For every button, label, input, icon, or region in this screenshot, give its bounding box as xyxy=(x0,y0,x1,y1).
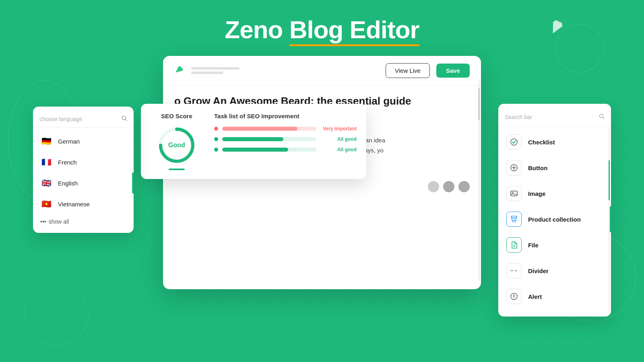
language-search-placeholder: choose language xyxy=(39,116,83,122)
french-flag: 🇫🇷 xyxy=(40,156,52,168)
vietnamese-label: Vietnamese xyxy=(58,201,90,208)
svg-line-1 xyxy=(126,119,127,121)
button-icon xyxy=(506,160,522,175)
language-item-english[interactable]: 🇬🇧 English xyxy=(33,173,134,193)
task-bar-bg-1 xyxy=(222,127,316,131)
task-row-1: Very important xyxy=(214,126,357,132)
checklist-icon xyxy=(506,134,522,150)
english-flag: 🇬🇧 xyxy=(40,177,52,189)
task-dot-1 xyxy=(214,127,218,131)
seo-score-section: SEO Score Good xyxy=(151,113,203,170)
widget-scrollbar-thumb[interactable] xyxy=(609,160,610,200)
seo-title: SEO Score xyxy=(151,113,203,119)
widget-item-product-collection[interactable]: Product collection xyxy=(498,206,611,232)
widget-panel: Search bar Checklist Button xyxy=(498,104,611,317)
editor-footer xyxy=(163,177,481,198)
task-bar-bg-3 xyxy=(222,148,316,152)
widget-search-placeholder: Search bar xyxy=(505,114,595,120)
task-bar-fill-1 xyxy=(222,127,297,131)
task-label-2: All good xyxy=(320,136,357,142)
seo-bar-indicator xyxy=(169,169,185,170)
editor-scrollbar[interactable] xyxy=(478,80,480,281)
alert-icon xyxy=(506,289,522,304)
widget-item-checklist[interactable]: Checklist xyxy=(498,129,611,155)
task-row-3: All good xyxy=(214,147,357,152)
show-all-label: show all xyxy=(49,218,69,225)
widget-item-alert[interactable]: Alert xyxy=(498,284,611,309)
toolbar-line-2 xyxy=(191,72,223,74)
editor-toolbar: View Live Save xyxy=(163,56,481,86)
editor-logo xyxy=(174,64,185,77)
language-dropdown: choose language 🇩🇪 German 🇫🇷 French 🇬🇧 E… xyxy=(33,107,134,233)
widget-search-icon[interactable] xyxy=(599,113,605,121)
widget-item-image[interactable]: Image xyxy=(498,181,611,206)
widget-item-file[interactable]: File xyxy=(498,232,611,258)
language-search-icon[interactable] xyxy=(122,115,127,122)
file-label: File xyxy=(528,242,539,249)
image-label: Image xyxy=(528,190,545,197)
french-label: French xyxy=(58,159,77,166)
image-icon xyxy=(506,186,522,201)
svg-point-6 xyxy=(511,139,517,145)
header: Zeno Blog Editor xyxy=(0,0,644,56)
seo-tasks-section: Task list of SEO Improvement Very import… xyxy=(214,113,357,170)
svg-point-11 xyxy=(512,192,514,193)
view-live-button[interactable]: View Live xyxy=(386,63,430,78)
task-bar-fill-3 xyxy=(222,148,288,152)
pen-icon xyxy=(544,13,571,43)
button-label: Button xyxy=(528,165,547,171)
footer-dot-1 xyxy=(428,181,439,192)
editor-scrollbar-thumb[interactable] xyxy=(478,88,480,120)
seo-card: SEO Score Good Task list of SEO Improvem… xyxy=(141,104,366,179)
task-label-1: Very important xyxy=(320,126,357,132)
task-row-2: All good xyxy=(214,136,357,142)
task-dot-3 xyxy=(214,148,218,152)
task-bar-bg-2 xyxy=(222,137,316,141)
product-collection-icon xyxy=(506,212,522,227)
alert-label: Alert xyxy=(528,293,542,300)
file-icon xyxy=(506,237,522,253)
svg-line-5 xyxy=(603,117,605,119)
divider-label: Divider xyxy=(528,267,549,274)
svg-rect-10 xyxy=(511,191,517,196)
svg-point-19 xyxy=(514,298,514,298)
widget-search-row[interactable]: Search bar xyxy=(498,111,611,127)
show-all-dots: ••• xyxy=(40,218,46,225)
english-label: English xyxy=(58,180,78,187)
task-label-3: All good xyxy=(320,147,357,152)
seo-circle-chart: Good xyxy=(157,125,197,165)
divider-icon xyxy=(506,263,522,278)
language-search-row: choose language xyxy=(33,113,134,128)
footer-dot-2 xyxy=(443,181,454,192)
show-all-languages[interactable]: ••• show all xyxy=(33,214,134,229)
seo-task-title: Task list of SEO Improvement xyxy=(214,113,357,119)
language-item-vietnamese[interactable]: 🇻🇳 Vietnamese xyxy=(33,193,134,214)
page-title: Zeno Blog Editor xyxy=(225,15,419,44)
save-button[interactable]: Save xyxy=(436,64,470,78)
widget-item-divider[interactable]: Divider xyxy=(498,258,611,284)
svg-rect-12 xyxy=(511,216,517,217)
toolbar-decoration xyxy=(191,67,239,74)
german-label: German xyxy=(58,138,80,145)
product-collection-label: Product collection xyxy=(528,216,581,223)
german-flag: 🇩🇪 xyxy=(40,135,52,147)
language-item-french[interactable]: 🇫🇷 French xyxy=(33,152,134,173)
widget-scrollbar[interactable] xyxy=(609,128,610,313)
vietnamese-flag: 🇻🇳 xyxy=(40,198,52,210)
task-dot-2 xyxy=(214,137,218,141)
task-bar-fill-2 xyxy=(222,137,283,141)
checklist-label: Checklist xyxy=(528,139,555,146)
footer-dot-3 xyxy=(458,181,470,192)
widget-item-button[interactable]: Button xyxy=(498,155,611,181)
seo-score-label: Good xyxy=(168,142,185,149)
toolbar-line-1 xyxy=(191,67,239,70)
language-item-german[interactable]: 🇩🇪 German xyxy=(33,131,134,152)
